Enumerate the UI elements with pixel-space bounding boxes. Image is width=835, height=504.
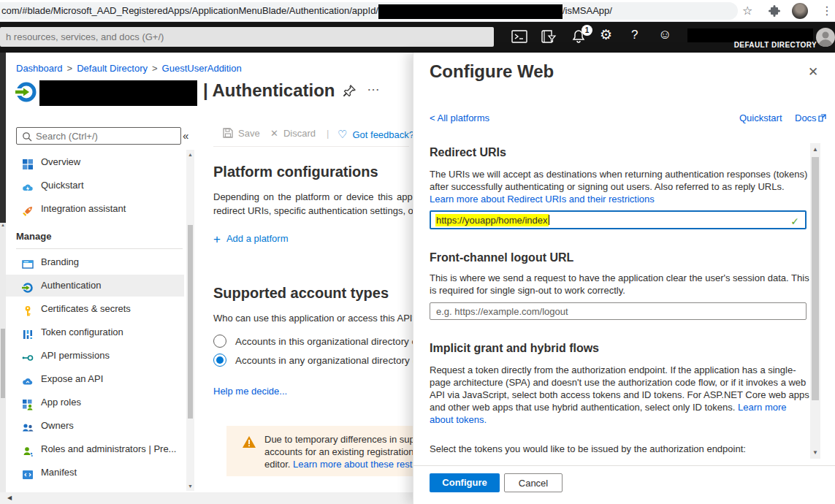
manifest-icon bbox=[22, 467, 34, 478]
supported-account-types-heading: Supported account types bbox=[213, 285, 389, 302]
pin-icon[interactable] bbox=[343, 85, 356, 100]
sidebar-item-integration-assistant[interactable]: Integration assistant bbox=[6, 198, 184, 220]
sidebar-item-manifest[interactable]: Manifest bbox=[6, 462, 184, 484]
redirect-uris-learn-more-link[interactable]: Learn more about Redirect URIs and their… bbox=[430, 194, 655, 205]
bookmark-star-icon[interactable]: ☆ bbox=[742, 4, 752, 18]
sidebar-item-quickstart[interactable]: Quickstart bbox=[6, 175, 184, 196]
close-icon[interactable]: ✕ bbox=[808, 64, 818, 80]
url-suffix: /isMSAApp/ bbox=[563, 5, 612, 16]
sidebar-item-api-permissions[interactable]: API permissions bbox=[6, 345, 184, 367]
redirect-uris-desc: The URIs we will accept as destinations … bbox=[430, 168, 809, 205]
scroll-down-icon[interactable]: ▼ bbox=[186, 484, 194, 489]
sidebar-item-token-configuration[interactable]: Token configuration bbox=[6, 321, 184, 343]
notification-count-badge: 1 bbox=[582, 25, 592, 36]
directory-filter-icon[interactable] bbox=[541, 29, 557, 47]
discard-button[interactable]: ✕Discard bbox=[270, 128, 316, 139]
sidebar-item-label: Integration assistant bbox=[41, 198, 126, 220]
save-button[interactable]: Save bbox=[223, 128, 260, 139]
quickstart-icon bbox=[22, 180, 34, 191]
certificates-icon bbox=[22, 303, 34, 315]
sidebar-search-box[interactable] bbox=[16, 127, 181, 145]
logout-url-heading: Front-channel logout URL bbox=[430, 251, 573, 264]
radio-single-tenant[interactable] bbox=[213, 335, 226, 348]
sidebar-item-label: App roles bbox=[41, 392, 81, 413]
sidebar-item-authentication[interactable]: Authentication bbox=[6, 275, 184, 297]
select-tokens-text: Select the tokens you would like to be i… bbox=[430, 443, 809, 455]
breadcrumb-separator: > bbox=[63, 63, 77, 74]
scroll-left-icon[interactable]: ◀ bbox=[0, 495, 12, 501]
sidebar-item-overview[interactable]: Overview bbox=[6, 151, 184, 173]
breadcrumb-directory[interactable]: Default Directory bbox=[77, 63, 148, 74]
sidebar-item-label: Authentication bbox=[41, 275, 101, 297]
sidebar-scrollbar-thumb[interactable] bbox=[188, 225, 193, 419]
scroll-up-icon[interactable]: ▲ bbox=[0, 223, 6, 227]
implicit-grant-heading: Implicit grant and hybrid flows bbox=[430, 342, 599, 355]
panel-title: Configure Web bbox=[430, 61, 554, 82]
sidebar-item-owners[interactable]: Owners bbox=[6, 415, 184, 437]
overview-icon bbox=[22, 156, 34, 168]
sidebar-scrollbar[interactable]: ▲ ▼ bbox=[186, 150, 194, 491]
got-feedback-button[interactable]: ♡Got feedback? bbox=[338, 128, 414, 141]
sidebar-item-roles-administrators[interactable]: Roles and administrators | Pre... bbox=[6, 438, 184, 460]
portal-search-input[interactable] bbox=[0, 27, 494, 47]
warning-triangle-icon bbox=[243, 436, 256, 448]
sidebar-item-branding[interactable]: Branding bbox=[6, 251, 184, 273]
add-platform-button[interactable]: +Add a platform bbox=[213, 232, 288, 247]
sidebar-divider bbox=[16, 248, 183, 249]
sidebar-item-label: Manifest bbox=[41, 462, 77, 484]
sidebar-item-label: Branding bbox=[41, 251, 79, 273]
roles-admins-icon bbox=[22, 443, 34, 455]
cancel-button[interactable]: Cancel bbox=[504, 473, 563, 492]
account-avatar[interactable] bbox=[816, 28, 835, 47]
address-bar[interactable]: com/#blade/Microsoft_AAD_RegisteredApps/… bbox=[0, 2, 738, 20]
scroll-up-icon[interactable]: ▲ bbox=[810, 146, 820, 153]
collapsed-portal-menu-edge bbox=[0, 53, 6, 223]
configure-button[interactable]: Configure bbox=[430, 473, 500, 492]
logout-url-input[interactable] bbox=[430, 302, 807, 320]
help-me-decide-link[interactable]: Help me decide... bbox=[213, 386, 287, 397]
docs-link[interactable]: Docs bbox=[795, 112, 826, 123]
url-text: com/#blade/Microsoft_AAD_RegisteredApps/… bbox=[1, 5, 378, 16]
owners-icon bbox=[22, 420, 34, 432]
panel-scrollbar[interactable]: ▲ ▼ bbox=[810, 143, 820, 459]
all-platforms-back-link[interactable]: < All platforms bbox=[430, 112, 489, 123]
sidebar-collapse-chevrons[interactable]: « bbox=[183, 129, 188, 142]
feedback-smiley-icon[interactable]: ☺ bbox=[658, 27, 671, 42]
cloud-shell-icon[interactable] bbox=[511, 29, 527, 47]
settings-gear-icon[interactable]: ⚙ bbox=[600, 26, 612, 43]
branding-icon bbox=[22, 256, 34, 268]
sidebar-item-expose-an-api[interactable]: Expose an API bbox=[6, 368, 184, 390]
page-scrollbar[interactable]: ▲ bbox=[0, 223, 6, 504]
breadcrumb-dashboard[interactable]: Dashboard bbox=[16, 63, 63, 74]
sidebar-item-certificates-secrets[interactable]: Certificates & secrets bbox=[6, 298, 184, 320]
horizontal-scrollbar[interactable]: ◀ bbox=[0, 492, 413, 504]
sidebar-item-label: Owners bbox=[41, 415, 74, 437]
sidebar-item-app-roles[interactable]: App roles bbox=[6, 392, 184, 413]
sidebar-item-label: Token configuration bbox=[41, 321, 123, 343]
browser-profile-avatar[interactable] bbox=[792, 3, 808, 19]
breadcrumb-app[interactable]: GuestUserAddition bbox=[162, 63, 242, 74]
sidebar-search-input[interactable] bbox=[36, 129, 178, 143]
panel-footer-divider bbox=[413, 465, 835, 466]
radio-multitenant[interactable] bbox=[213, 354, 226, 367]
notifications-bell-icon[interactable]: 1 bbox=[571, 29, 586, 47]
toolbar-separator-line bbox=[213, 146, 409, 147]
scroll-down-icon[interactable]: ▼ bbox=[810, 449, 820, 456]
panel-scrollbar-thumb[interactable] bbox=[812, 157, 819, 400]
sidebar-item-label: Expose an API bbox=[41, 368, 103, 390]
redacted-app-name bbox=[39, 80, 197, 106]
page-scrollbar-thumb[interactable] bbox=[1, 329, 5, 398]
redirect-uri-input[interactable]: https://youapp/home/index ✓ bbox=[430, 210, 807, 229]
help-icon[interactable]: ? bbox=[631, 28, 638, 42]
azure-top-bar: 1 ⚙ ? ☺ DEFAULT DIRECTORY bbox=[0, 22, 835, 53]
scroll-up-icon[interactable]: ▲ bbox=[186, 152, 194, 157]
extensions-puzzle-icon[interactable] bbox=[769, 5, 780, 20]
sidebar-item-label: API permissions bbox=[41, 345, 110, 367]
browser-menu-dots-icon[interactable]: ⋮ bbox=[821, 4, 833, 18]
quickstart-link[interactable]: Quickstart bbox=[739, 112, 782, 123]
title-more-menu[interactable]: … bbox=[367, 79, 381, 94]
app-roles-icon bbox=[22, 397, 34, 408]
redirect-uri-value: https://youapp/home/index bbox=[435, 214, 549, 226]
text-cursor bbox=[549, 215, 549, 225]
toolbar-divider: | bbox=[327, 128, 329, 139]
